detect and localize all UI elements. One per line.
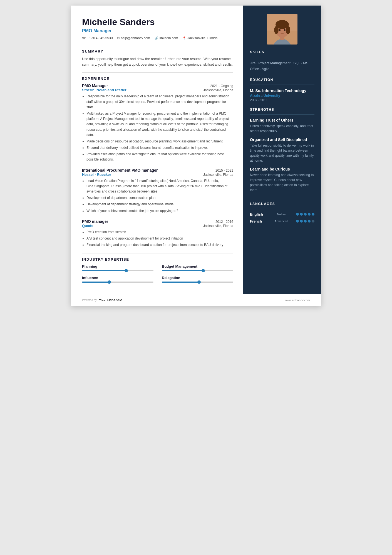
exp-bullets-1: Responsible for the daily leadership of … <box>82 94 233 162</box>
svg-point-7 <box>286 26 290 34</box>
expertise-title: INDUSTRY EXPERTISE <box>82 257 233 262</box>
strength-item-2: Organized and Self Disciplined Take full… <box>250 137 314 163</box>
location-text: Jacksonville, Florida <box>187 36 217 40</box>
exp-company-3: Quads <box>82 224 93 228</box>
footer-website: www.enhancv.com <box>285 299 310 302</box>
email-icon: ✉ <box>117 36 120 40</box>
lang-english-level: Native <box>267 213 296 216</box>
bullet-1-0: Responsible for the daily leadership of … <box>86 94 233 110</box>
summary-divider <box>82 45 233 45</box>
website-item: 🔗 linkedin.com <box>155 36 178 40</box>
exp-company-row-1: Strosin, Nolan and Pfeffer Jacksonville,… <box>82 88 233 92</box>
expertise-influence: Influence <box>82 276 153 283</box>
budget-bar-fill <box>162 270 203 271</box>
phone-item: ☎ +1-914-345-5530 <box>82 36 113 40</box>
exp-header-2: International Procurement PMO manager 20… <box>82 168 233 172</box>
exp-item-2: International Procurement PMO manager 20… <box>82 168 233 214</box>
bullet-1-1: Multi tasked as a Project Manager for so… <box>86 111 233 138</box>
bullet-3-2: Financial tracking and program dashboard… <box>86 242 233 248</box>
expertise-delegation: Delegation <box>162 276 233 283</box>
phone-text: +1-914-345-5530 <box>87 36 113 40</box>
expertise-budget-label: Budget Management <box>162 264 233 268</box>
right-column: SKILLS Jira · Project Management · SQL ·… <box>243 6 321 294</box>
exp-location-1: Jacksonville, Florida <box>203 88 233 92</box>
exp-company-1: Strosin, Nolan and Pfeffer <box>82 88 126 92</box>
influence-bar-fill <box>82 282 109 283</box>
skills-section: SKILLS Jira · Project Management · SQL ·… <box>243 50 321 78</box>
bullet-2-1: Development of department comunication p… <box>86 195 233 201</box>
strength-title-3: Learn and be Curious <box>250 167 314 171</box>
delegation-bar-track <box>162 282 233 283</box>
skills-divider <box>250 57 314 57</box>
svg-point-9 <box>284 29 286 31</box>
expertise-delegation-label: Delegation <box>162 276 233 280</box>
location-item: 📍 Jacksonville, Florida <box>182 36 217 40</box>
exp-role-2: International Procurement PMO manager <box>82 168 158 172</box>
exp-date-1: 2021 - Ongoing <box>210 84 233 88</box>
languages-divider <box>250 209 314 209</box>
photo-area <box>243 6 321 50</box>
expertise-budget: Budget Management <box>162 264 233 271</box>
lang-english: English Native <box>250 212 314 216</box>
strength-desc-1: Listen attentively, speak candidly, and … <box>250 124 314 134</box>
strength-title-2: Organized and Self Disciplined <box>250 137 314 142</box>
lang-english-name: English <box>250 212 267 216</box>
edu-years: 2007 - 2011 <box>250 98 314 102</box>
bullet-1-4: Provided escalation paths and oversight … <box>86 152 233 162</box>
dot-f5 <box>312 220 314 223</box>
exp-location-2: Jacksonville, Florida <box>203 173 233 177</box>
strengths-divider <box>250 114 314 115</box>
email-text: help@enhancv.com <box>121 36 150 40</box>
lang-french: French Advanced <box>250 219 314 223</box>
edu-degree: M. Sc. Information Technology <box>250 88 314 93</box>
phone-icon: ☎ <box>82 36 86 40</box>
bullet-2-2: Development of department strategy and o… <box>86 202 233 207</box>
strengths-title: STRENGTHS <box>250 108 314 112</box>
expertise-influence-label: Influence <box>82 276 153 280</box>
exp-date-2: 2015 - 2021 <box>215 169 233 172</box>
exp-company-row-2: Hessel - Ruecker Jacksonville, Florida <box>82 172 233 177</box>
exp-company-2: Hessel - Ruecker <box>82 172 111 177</box>
name-section: Michelle Sanders PMO Manager ☎ +1-914-34… <box>82 17 233 40</box>
summary-title: SUMMARY <box>82 49 233 53</box>
bullet-2-3: Which of your achievements match the job… <box>86 208 233 214</box>
bullet-2-0: Lead Value Creation Program in 11 manifa… <box>86 178 233 194</box>
footer: Powered by Enhancv www.enhancv.com <box>71 294 321 306</box>
education-section: EDUCATION M. Sc. Information Technology … <box>243 78 321 108</box>
dot-e4 <box>308 213 311 216</box>
lang-french-level: Advanced <box>267 219 296 223</box>
resume-wrapper: Michelle Sanders PMO Manager ☎ +1-914-34… <box>71 6 321 306</box>
footer-logo-text: Enhancv <box>107 298 122 302</box>
candidate-job-title: PMO Manager <box>82 28 233 33</box>
dot-e5 <box>312 213 314 216</box>
bullet-3-1: A/B test concept and application develop… <box>86 236 233 241</box>
strength-title-1: Earning Trust of Others <box>250 118 314 122</box>
footer-left: Powered by Enhancv <box>82 298 122 302</box>
svg-point-8 <box>279 29 281 31</box>
skills-title: SKILLS <box>250 50 314 54</box>
experience-divider <box>82 72 233 73</box>
enhancv-logo-icon <box>98 298 105 302</box>
exp-role-3: PMO manager <box>82 219 108 224</box>
exp-date-3: 2012 - 2016 <box>215 220 233 224</box>
exp-company-row-3: Quads Jacksonville, Florida <box>82 224 233 228</box>
candidate-name: Michelle Sanders <box>82 17 233 27</box>
edu-school: Alzahra University <box>250 94 314 98</box>
delegation-bar-dot <box>197 280 201 284</box>
budget-bar-dot <box>202 269 205 272</box>
resume-body: Michelle Sanders PMO Manager ☎ +1-914-34… <box>71 6 321 294</box>
strength-desc-2: Take full responsibility to deliver my w… <box>250 143 314 163</box>
planning-bar-fill <box>82 270 126 271</box>
expertise-grid: Planning Budget Management <box>82 264 233 283</box>
exp-item-1: PMO Manager 2021 - Ongoing Strosin, Nola… <box>82 83 233 162</box>
dot-f1 <box>296 220 299 223</box>
exp-header-1: PMO Manager 2021 - Ongoing <box>82 83 233 88</box>
dot-f2 <box>300 220 303 223</box>
lang-french-dots <box>296 220 314 223</box>
expertise-planning: Planning <box>82 264 153 271</box>
bullet-3-0: PMO creation from scratch <box>86 230 233 235</box>
experience-title: EXPERIENCE <box>82 77 233 81</box>
strength-item-1: Earning Trust of Others Listen attentive… <box>250 118 314 134</box>
education-divider <box>250 85 314 85</box>
planning-bar-dot <box>125 269 128 272</box>
